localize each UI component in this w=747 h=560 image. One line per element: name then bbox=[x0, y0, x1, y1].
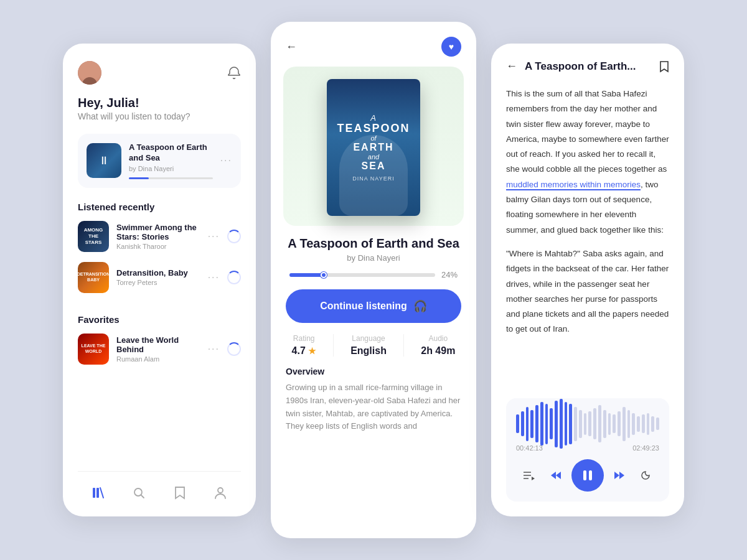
rewind-button[interactable] bbox=[545, 465, 566, 486]
wave-bar[interactable] bbox=[569, 404, 572, 444]
nav-library[interactable] bbox=[87, 482, 110, 504]
wave-bar[interactable] bbox=[521, 411, 524, 436]
headphones-icon: 🎧 bbox=[413, 299, 427, 313]
rating-value: 4.7 ★ bbox=[292, 345, 316, 357]
wave-bar[interactable] bbox=[516, 414, 519, 433]
wave-bar[interactable] bbox=[647, 413, 650, 435]
wave-bar[interactable] bbox=[627, 410, 631, 438]
continue-label: Continue listening bbox=[320, 301, 407, 312]
middle-book-author: by Dina Nayeri bbox=[271, 253, 476, 263]
book-cover-large: A TEASPOON of EARTH and SEA DINA NAYERI bbox=[327, 79, 420, 216]
wave-bar[interactable] bbox=[584, 413, 587, 435]
sleep-button[interactable] bbox=[636, 465, 657, 486]
wave-bar[interactable] bbox=[565, 402, 568, 446]
language-label: Language bbox=[350, 334, 387, 343]
wave-bar[interactable] bbox=[622, 407, 626, 441]
leave-info: Leave the World Behind Rumaan Alam bbox=[116, 335, 200, 363]
audio-value: 2h 49m bbox=[421, 345, 455, 357]
current-book-title: A Teaspoon of Earth and Sea bbox=[129, 142, 213, 164]
wave-bar[interactable] bbox=[588, 411, 591, 436]
right-back-button[interactable]: ← bbox=[506, 60, 517, 73]
list-item[interactable]: LEAVE THE WORLD Leave the World Behind R… bbox=[78, 334, 241, 365]
current-book-progress-bar bbox=[129, 177, 213, 179]
list-item[interactable]: DETRANSITION BABY Detransition, Baby Tor… bbox=[78, 262, 241, 293]
wave-bar[interactable] bbox=[603, 410, 606, 438]
favorite-button[interactable]: ♥ bbox=[441, 37, 461, 57]
wave-bar[interactable] bbox=[613, 414, 616, 433]
nav-bookmark[interactable] bbox=[169, 482, 191, 504]
meta-language: Language English bbox=[350, 334, 387, 357]
wave-bar[interactable] bbox=[545, 404, 548, 444]
wave-bar[interactable] bbox=[598, 405, 601, 442]
leave-title: Leave the World Behind bbox=[116, 335, 200, 354]
swimmer-info: Swimmer Among the Stars: Stories Kanishk… bbox=[116, 223, 200, 250]
continue-button[interactable]: Continue listening 🎧 bbox=[286, 289, 461, 323]
swimmer-author: Kanishk Tharoor bbox=[116, 243, 200, 250]
overview-text: Growing up in a small rice-farming villa… bbox=[286, 381, 461, 433]
wave-bar[interactable] bbox=[555, 401, 558, 447]
waveform[interactable] bbox=[516, 408, 659, 439]
language-value: English bbox=[350, 345, 387, 357]
svg-rect-10 bbox=[583, 470, 586, 480]
current-book-thumb bbox=[87, 143, 121, 178]
current-book-progress-fill bbox=[129, 177, 149, 179]
wave-bar[interactable] bbox=[560, 399, 563, 449]
right-title: A Teaspoon of Earth... bbox=[525, 60, 652, 73]
current-book-card[interactable]: A Teaspoon of Earth and Sea by Dina Naye… bbox=[78, 134, 241, 188]
swimmer-menu[interactable]: ··· bbox=[208, 231, 220, 242]
middle-header: ← ♥ bbox=[271, 22, 476, 57]
time-current: 00:42:13 bbox=[516, 444, 543, 452]
overview-label: Overview bbox=[286, 366, 461, 376]
playlist-button[interactable] bbox=[519, 465, 540, 486]
reading-text-p2: "Where is Mahtab?" Saba asks again, and … bbox=[506, 246, 669, 337]
swimmer-thumb: AMONG THE STARS bbox=[78, 221, 109, 252]
cover-art: A TEASPOON of EARTH and SEA DINA NAYERI bbox=[327, 79, 420, 216]
current-book-menu[interactable]: ··· bbox=[220, 155, 232, 166]
wave-bar[interactable] bbox=[535, 405, 538, 442]
wave-bar[interactable] bbox=[637, 416, 640, 432]
detransition-menu[interactable]: ··· bbox=[208, 272, 220, 283]
progress-dot bbox=[321, 272, 327, 278]
bookmark-icon[interactable] bbox=[659, 60, 669, 73]
wave-bar[interactable] bbox=[642, 414, 645, 433]
progress-bar[interactable] bbox=[289, 273, 435, 277]
current-book-author: by Dina Nayeri bbox=[129, 165, 213, 172]
wave-bar[interactable] bbox=[656, 418, 659, 430]
greeting-sub: What will you listen to today? bbox=[78, 111, 241, 121]
wave-bar[interactable] bbox=[579, 410, 582, 438]
nav-search[interactable] bbox=[128, 482, 150, 504]
detransition-spinner bbox=[227, 271, 241, 284]
svg-marker-9 bbox=[556, 472, 561, 479]
greeting-section: Hey, Julia! What will you listen to toda… bbox=[78, 96, 241, 121]
svg-marker-8 bbox=[551, 472, 556, 479]
pause-button[interactable] bbox=[571, 459, 604, 492]
meta-audio: Audio 2h 49m bbox=[421, 334, 455, 357]
swimmer-title: Swimmer Among the Stars: Stories bbox=[116, 223, 200, 241]
forward-button[interactable] bbox=[609, 465, 630, 486]
meta-rating: Rating 4.7 ★ bbox=[292, 334, 316, 357]
nav-profile[interactable] bbox=[209, 482, 232, 504]
greeting-hey: Hey, Julia! bbox=[78, 96, 241, 110]
wave-bar[interactable] bbox=[526, 407, 529, 441]
wave-bar[interactable] bbox=[608, 413, 611, 435]
detransition-title: Detransition, Baby bbox=[116, 268, 200, 278]
list-item[interactable]: AMONG THE STARS Swimmer Among the Stars:… bbox=[78, 221, 241, 252]
svg-rect-11 bbox=[589, 470, 592, 480]
bell-icon[interactable] bbox=[227, 66, 241, 80]
detransition-author: Torrey Peters bbox=[116, 279, 200, 286]
leave-spinner bbox=[227, 342, 241, 356]
recently-label: Listened recently bbox=[78, 202, 241, 212]
wave-bar[interactable] bbox=[574, 407, 577, 441]
wave-bar[interactable] bbox=[651, 416, 654, 432]
wave-bar[interactable] bbox=[593, 408, 596, 439]
leave-menu[interactable]: ··· bbox=[208, 343, 220, 355]
wave-bar[interactable] bbox=[540, 402, 543, 446]
wave-bar[interactable] bbox=[550, 408, 553, 439]
back-button[interactable]: ← bbox=[286, 40, 297, 54]
wave-bar[interactable] bbox=[618, 411, 621, 436]
svg-marker-13 bbox=[619, 472, 624, 479]
wave-bar[interactable] bbox=[530, 410, 533, 438]
time-total: 02:49:23 bbox=[632, 444, 659, 452]
progress-percent: 24% bbox=[441, 270, 458, 279]
wave-bar[interactable] bbox=[632, 413, 635, 435]
